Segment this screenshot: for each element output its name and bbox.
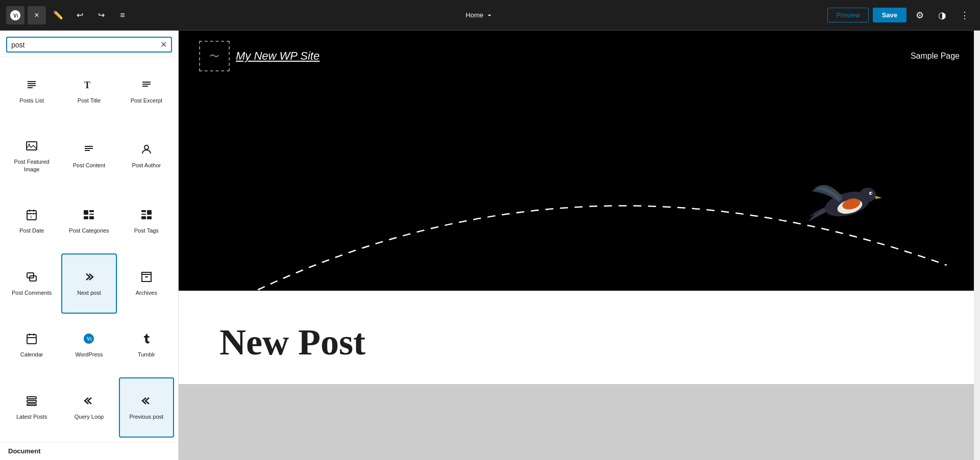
svg-rect-28 <box>147 216 152 219</box>
block-item-tumblr[interactable]: Tumblr <box>119 316 174 376</box>
toolbar-right: Preview Save ⚙ ◑ ⋮ <box>827 6 974 24</box>
site-header: 〜 My New WP Site Sample Page <box>179 31 980 82</box>
redo-button[interactable]: ↪ <box>92 6 110 24</box>
editor-pencil-button[interactable]: ✏️ <box>49 6 67 24</box>
block-item-post-title[interactable]: TPost Title <box>61 61 116 121</box>
svg-text:T: T <box>84 80 90 90</box>
svg-rect-20 <box>89 210 94 212</box>
settings-icon: ⚙ <box>916 10 924 21</box>
site-logo-icon: 〜 <box>209 49 219 63</box>
block-item-post-excerpt[interactable]: Post Excerpt <box>119 61 174 121</box>
post-title-large: New Post <box>219 321 939 364</box>
post-author-label: Post Author <box>132 162 161 169</box>
svg-rect-23 <box>89 216 94 219</box>
search-input-wrap: ✕ <box>6 37 172 53</box>
block-item-post-author[interactable]: Post Author <box>119 123 174 190</box>
preview-button[interactable]: Preview <box>827 8 868 22</box>
toolbar-left: × ✏️ ↩ ↪ ≡ <box>6 6 132 24</box>
block-item-post-featured-image[interactable]: Post Featured Image <box>4 123 59 190</box>
tumblr-label: Tumblr <box>138 351 155 358</box>
post-date-label: Post Date <box>19 227 44 234</box>
archives-label: Archives <box>136 289 157 296</box>
post-title-label: Post Title <box>78 97 101 104</box>
canvas: 〜 My New WP Site Sample Page <box>179 31 980 460</box>
svg-point-41 <box>860 188 876 202</box>
post-title-icon: T <box>83 79 95 94</box>
block-item-posts-list[interactable]: Posts List <box>4 61 59 121</box>
search-input[interactable] <box>11 41 157 49</box>
close-button[interactable]: × <box>28 6 46 24</box>
previous-post-label: Previous post <box>130 413 164 420</box>
menu-icon: ≡ <box>120 11 125 20</box>
block-item-post-tags[interactable]: Post Tags <box>119 192 174 252</box>
block-item-latest-posts[interactable]: Latest Posts <box>4 377 59 438</box>
post-date-icon: 2 <box>26 209 38 224</box>
wordpress-label: WordPress <box>75 351 103 358</box>
menu-button[interactable]: ≡ <box>113 6 132 24</box>
latest-posts-icon <box>26 395 38 410</box>
svg-point-13 <box>144 145 149 149</box>
toolbar-center: Home <box>136 11 823 19</box>
svg-rect-37 <box>27 404 36 405</box>
block-item-post-comments[interactable]: Post Comments <box>4 253 59 314</box>
block-item-post-content[interactable]: Post Content <box>61 123 116 190</box>
settings-button[interactable]: ⚙ <box>911 6 929 24</box>
query-loop-label: Query Loop <box>75 413 104 420</box>
ellipsis-icon: ⋮ <box>960 10 969 21</box>
posts-list-label: Posts List <box>19 97 44 104</box>
sidebar-footer: Document <box>0 442 178 460</box>
svg-rect-36 <box>27 400 36 402</box>
sidebar: ✕ Posts ListTPost TitlePost ExcerptPost … <box>0 31 179 460</box>
query-loop-icon <box>83 395 95 410</box>
wp-logo[interactable] <box>6 6 24 24</box>
svg-text:2: 2 <box>30 215 32 219</box>
block-item-next-post[interactable]: Next post <box>61 253 116 314</box>
svg-rect-22 <box>84 216 88 219</box>
next-post-label: Next post <box>77 289 101 296</box>
post-author-icon <box>140 143 153 159</box>
svg-rect-26 <box>147 210 152 215</box>
block-item-post-categories[interactable]: Post Categories <box>61 192 116 252</box>
tumblr-icon <box>140 333 153 348</box>
svg-rect-25 <box>141 214 146 215</box>
site-nav-link[interactable]: Sample Page <box>911 52 960 61</box>
post-comments-icon <box>26 271 38 286</box>
wordpress-icon <box>9 9 21 21</box>
search-bar: ✕ <box>0 31 178 57</box>
block-item-query-loop[interactable]: Query Loop <box>61 377 116 438</box>
block-item-archives[interactable]: Archives <box>119 253 174 314</box>
scrollbar[interactable] <box>974 31 980 460</box>
svg-rect-19 <box>84 210 88 215</box>
svg-rect-24 <box>141 210 146 212</box>
svg-point-43 <box>871 193 872 194</box>
site-logo-area: 〜 My New WP Site <box>199 41 320 71</box>
svg-point-9 <box>29 144 30 145</box>
site-title: My New WP Site <box>236 49 320 63</box>
more-options-button[interactable]: ⋮ <box>955 6 974 24</box>
block-item-post-date[interactable]: 2Post Date <box>4 192 59 252</box>
post-excerpt-label: Post Excerpt <box>131 97 162 104</box>
block-item-wordpress[interactable]: WordPress <box>61 316 116 376</box>
clear-search-button[interactable]: ✕ <box>160 40 167 49</box>
post-section: New Post <box>179 291 980 384</box>
undo-button[interactable]: ↩ <box>70 6 89 24</box>
undo-icon: ↩ <box>77 10 83 20</box>
post-content-icon <box>83 143 95 159</box>
svg-rect-27 <box>141 216 146 219</box>
post-categories-icon <box>83 209 95 224</box>
save-button[interactable]: Save <box>873 8 906 22</box>
nav-home[interactable]: Home <box>465 11 494 19</box>
redo-icon: ↪ <box>98 10 105 20</box>
block-item-previous-post[interactable]: Previous post <box>119 377 174 438</box>
blocks-grid: Posts ListTPost TitlePost ExcerptPost Fe… <box>0 57 178 442</box>
post-tags-label: Post Tags <box>134 227 159 234</box>
posts-list-icon <box>26 79 38 94</box>
svg-rect-31 <box>27 335 36 344</box>
post-tags-icon <box>140 209 153 224</box>
site-logo-box: 〜 <box>199 41 230 71</box>
contrast-button[interactable]: ◑ <box>933 6 951 24</box>
block-item-calendar[interactable]: Calendar <box>4 316 59 376</box>
contrast-icon: ◑ <box>938 10 946 21</box>
previous-post-icon <box>140 395 153 410</box>
hero-section: 〜 My New WP Site Sample Page <box>179 31 980 291</box>
